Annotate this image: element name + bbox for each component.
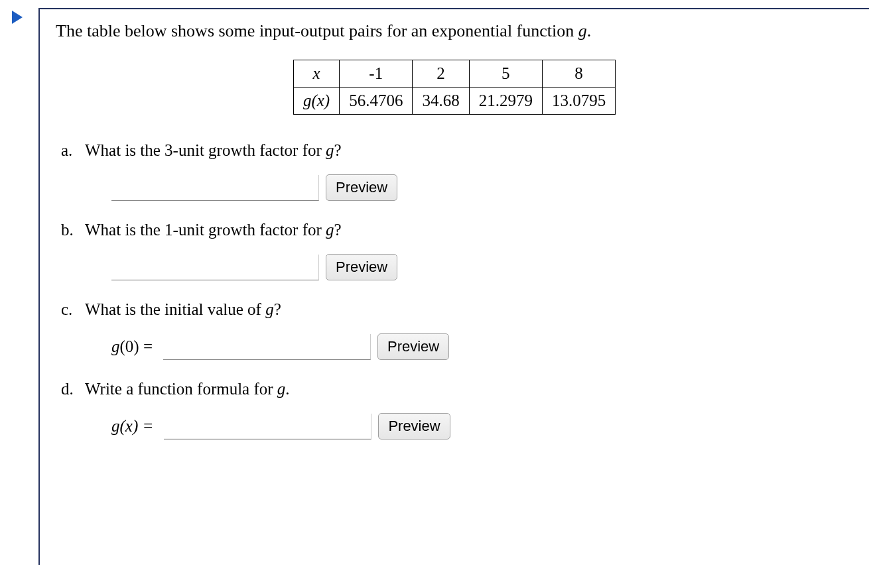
intro-suffix: . — [587, 21, 592, 40]
g-var: g — [111, 337, 120, 355]
table-cell: 21.2979 — [469, 88, 542, 115]
row-header-x: x — [293, 60, 339, 88]
part-c: c. What is the initial value of g? g(0) … — [85, 300, 853, 360]
intro-var: g — [578, 21, 587, 40]
part-text: What is the 1-unit growth factor for — [85, 221, 326, 239]
table-cell: 13.0795 — [542, 88, 615, 115]
table-cell: 56.4706 — [340, 88, 413, 115]
answer-row: Preview — [85, 174, 853, 201]
part-marker: d. — [61, 380, 74, 398]
part-d: d. Write a function formula for g. g(x) … — [85, 380, 853, 440]
preview-button[interactable]: Preview — [326, 174, 397, 201]
part-var: g — [277, 380, 286, 398]
g-arg: (0) = — [120, 337, 153, 355]
answer-input-d[interactable] — [164, 414, 371, 440]
part-var: g — [326, 221, 334, 239]
table-row: g(x) 56.4706 34.68 21.2979 13.0795 — [293, 88, 615, 115]
g-arg: (x) = — [120, 417, 154, 435]
part-marker: a. — [61, 141, 72, 160]
answer-row: Preview — [85, 254, 853, 280]
table-cell: 2 — [413, 60, 469, 88]
preview-button[interactable]: Preview — [326, 254, 397, 280]
var-x: x — [312, 64, 320, 82]
answer-row: g(x) = Preview — [85, 413, 853, 440]
part-b: b. What is the 1-unit growth factor for … — [85, 221, 853, 280]
paren-x: (x) — [311, 91, 330, 109]
table-cell: 8 — [542, 60, 615, 88]
preview-button[interactable]: Preview — [378, 413, 450, 440]
preview-button[interactable]: Preview — [377, 333, 449, 360]
answer-input-b[interactable] — [111, 255, 319, 280]
part-suffix: ? — [334, 221, 342, 239]
question-intro: The table below shows some input-output … — [56, 21, 853, 41]
part-a: a. What is the 3-unit growth factor for … — [85, 141, 853, 201]
question-card: The table below shows some input-output … — [38, 8, 869, 565]
part-var: g — [326, 141, 334, 159]
part-suffix: . — [285, 380, 289, 398]
answer-input-a[interactable] — [111, 175, 319, 201]
play-icon[interactable] — [12, 11, 23, 24]
part-text: What is the 3-unit growth factor for — [85, 141, 326, 159]
table-row: x -1 2 5 8 — [293, 60, 615, 88]
part-suffix: ? — [274, 300, 281, 318]
table-cell: 5 — [469, 60, 542, 88]
part-text: What is the initial value of — [85, 300, 265, 318]
table-cell: -1 — [340, 60, 413, 88]
g-var: g — [111, 417, 120, 435]
part-marker: b. — [61, 221, 74, 239]
part-marker: c. — [61, 300, 72, 319]
var-g: g — [303, 91, 312, 109]
part-text: Write a function formula for — [85, 380, 277, 398]
answer-label: g(x) = — [111, 417, 153, 436]
parts-list: a. What is the 3-unit growth factor for … — [56, 141, 853, 440]
data-table: x -1 2 5 8 g(x) 56.4706 34.68 21.2979 13… — [293, 60, 616, 115]
row-header-gx: g(x) — [293, 88, 339, 115]
part-var: g — [265, 300, 274, 318]
answer-input-c[interactable] — [163, 334, 371, 360]
intro-text: The table below shows some input-output … — [56, 21, 578, 40]
answer-label: g(0) = — [111, 337, 153, 356]
table-cell: 34.68 — [413, 88, 469, 115]
part-suffix: ? — [334, 141, 342, 159]
answer-row: g(0) = Preview — [85, 333, 853, 360]
